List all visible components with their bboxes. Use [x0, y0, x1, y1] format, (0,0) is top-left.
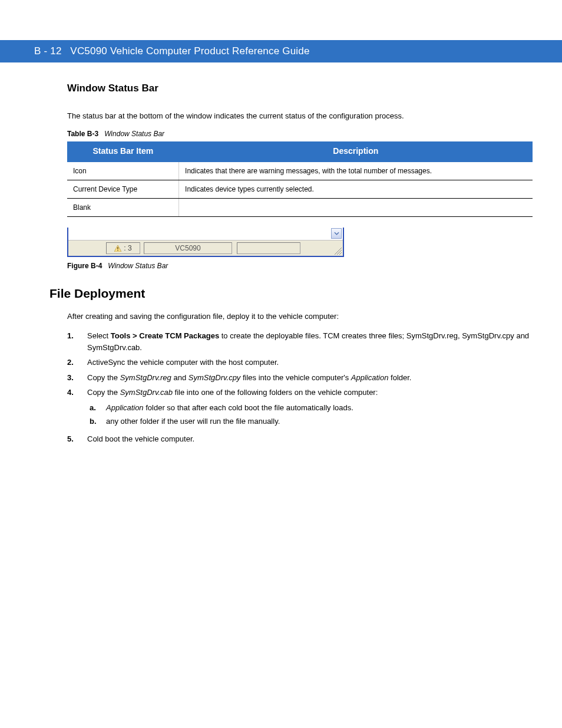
page-content: Window Status Bar The status bar at the …	[67, 83, 533, 455]
step-number: 1.	[67, 330, 87, 353]
deploy-steps: 1. Select Tools > Create TCM Packages to…	[67, 330, 533, 444]
cell-desc: Indicates that there are warning message…	[179, 162, 533, 180]
status-bar-table: Status Bar Item Description Icon Indicat…	[67, 141, 533, 217]
cell-item: Icon	[67, 162, 179, 180]
sub-list: a. Application folder so that after each…	[90, 402, 533, 427]
cell-item: Blank	[67, 199, 179, 217]
svg-line-3	[337, 250, 342, 255]
list-item: 3. Copy the SymStgDrv.reg and SymStgDrv.…	[67, 372, 533, 384]
step-number: 2.	[67, 357, 87, 368]
svg-rect-0	[118, 247, 118, 249]
table-row: Current Device Type Indicates device typ…	[67, 180, 533, 199]
table-header-desc: Description	[179, 141, 533, 162]
deploy-intro: After creating and saving the configurat…	[67, 311, 533, 322]
cell-desc: Indicates device types currently selecte…	[179, 180, 533, 199]
svg-line-4	[339, 252, 342, 255]
cell-desc	[179, 199, 533, 217]
step-body: Copy the SymStgDrv.reg and SymStgDrv.cpy…	[87, 372, 533, 384]
resize-grip-icon[interactable]	[332, 245, 342, 255]
figure-caption-text: Window Status Bar	[108, 262, 168, 270]
heading-file-deployment: File Deployment	[49, 286, 533, 301]
chevron-down-icon	[334, 232, 339, 235]
step-body: Select Tools > Create TCM Packages to cr…	[87, 330, 533, 353]
section-title: Window Status Bar	[67, 83, 533, 94]
page-ref: B - 12	[34, 45, 62, 57]
sub-item: a. Application folder so that after each…	[90, 402, 533, 414]
status-panel-device-type[interactable]: VC5090	[144, 242, 232, 254]
step-number: 5.	[67, 433, 87, 445]
statusbar-row: : 3 VC5090	[68, 241, 343, 256]
list-item: 4. Copy the SymStgDrv.cab file into one …	[67, 387, 533, 430]
scroll-down-button[interactable]	[331, 228, 342, 239]
step-number: 4.	[67, 387, 87, 430]
cell-item: Current Device Type	[67, 180, 179, 199]
status-panel-warnings[interactable]: : 3	[106, 242, 140, 254]
warning-count: : 3	[124, 244, 131, 252]
list-item: 5. Cold boot the vehicle computer.	[67, 433, 533, 445]
warning-icon	[114, 245, 121, 252]
step-number: 3.	[67, 372, 87, 384]
table-caption: Window Status Bar	[104, 130, 164, 138]
section-intro: The status bar at the bottom of the wind…	[67, 111, 533, 121]
sub-item: b. any other folder if the user will run…	[90, 416, 533, 427]
table-number: Table B-3	[67, 130, 98, 138]
page-header-text: B - 12 VC5090 Vehicle Computer Product R…	[34, 45, 310, 57]
page-header-bar: B - 12 VC5090 Vehicle Computer Product R…	[0, 40, 562, 62]
table-row: Blank	[67, 199, 533, 217]
statusbar-mock: : 3 VC5090	[67, 228, 344, 257]
figure-caption: Figure B-4 Window Status Bar	[67, 262, 533, 270]
table-label: Table B-3 Window Status Bar	[67, 130, 533, 138]
figure-number: Figure B-4	[67, 262, 102, 270]
status-panel-blank	[237, 242, 300, 254]
svg-rect-1	[118, 250, 118, 251]
device-type-value: VC5090	[175, 244, 200, 252]
step-body: ActiveSync the vehicle computer with the…	[87, 357, 533, 368]
doc-title: VC5090 Vehicle Computer Product Referenc…	[70, 45, 309, 57]
list-item: 1. Select Tools > Create TCM Packages to…	[67, 330, 533, 353]
list-item: 2. ActiveSync the vehicle computer with …	[67, 357, 533, 368]
table-row: Icon Indicates that there are warning me…	[67, 162, 533, 180]
table-header-item: Status Bar Item	[67, 141, 179, 162]
step-body: Copy the SymStgDrv.cab file into one of …	[87, 387, 533, 430]
statusbar-upper	[68, 228, 343, 241]
step-body: Cold boot the vehicle computer.	[87, 433, 533, 445]
figure-statusbar: : 3 VC5090	[67, 228, 533, 257]
